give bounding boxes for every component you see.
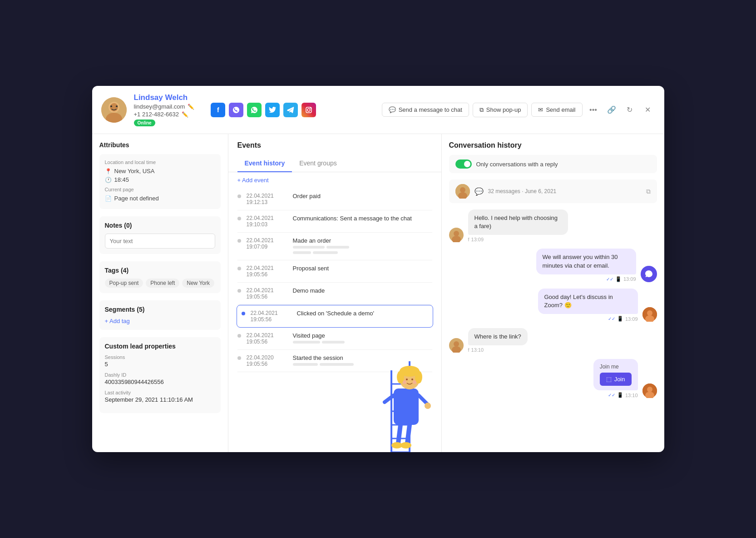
- event-name: Order paid: [293, 193, 321, 205]
- event-name: Demo made: [293, 287, 325, 300]
- toggle-row: Only conversations with a reply: [449, 155, 657, 173]
- send-message-btn[interactable]: 💬 Send a message to chat: [382, 103, 469, 117]
- message-row: We will answer you within 30 minutes via…: [449, 249, 657, 282]
- event-time: 22.04.202119:07:09: [247, 237, 287, 255]
- message-time: 13:09: [623, 276, 636, 282]
- avatar: [101, 97, 127, 123]
- event-item: 22.04.202119:07:09 Made an order: [237, 233, 432, 260]
- instagram-icon[interactable]: [301, 103, 316, 117]
- svg-rect-17: [394, 389, 419, 425]
- event-item: 22.04.202019:05:56 Started the session: [237, 350, 432, 372]
- middle-panel: Events Event history Event groups + Add …: [228, 134, 442, 452]
- facebook-icon[interactable]: f: [211, 103, 225, 117]
- event-details: [293, 341, 345, 345]
- tags-container: Pop-up sent Phone left New York: [105, 279, 215, 288]
- more-options-btn[interactable]: •••: [586, 103, 601, 117]
- conv-avatar: [455, 184, 470, 199]
- svg-point-8: [310, 108, 311, 109]
- add-tag-btn[interactable]: + Add tag: [105, 318, 215, 324]
- chat-area: Hello. I need help with choosing a fare)…: [449, 209, 657, 398]
- refresh-icon-btn[interactable]: ↻: [623, 103, 637, 117]
- event-time: 22.04.202119:05:56: [247, 287, 287, 300]
- notes-input[interactable]: [105, 234, 215, 249]
- events-title: Events: [228, 134, 441, 149]
- event-item: 22.04.202119:05:56 Proposal sent: [237, 260, 432, 283]
- message-row: Good day! Let's discuss in Zoom? 🙂 ✓✓ 📱 …: [449, 289, 657, 322]
- event-item: 22.04.202119:05:56 Demo made: [237, 283, 432, 305]
- toggle-only-replies[interactable]: [455, 159, 472, 169]
- tags-title: Tags (4): [105, 267, 215, 274]
- tag-item[interactable]: Phone left: [146, 279, 179, 288]
- conv-link-icon[interactable]: ⧉: [646, 188, 651, 195]
- telegram-icon[interactable]: [283, 103, 298, 117]
- user-msg-avatar: [449, 228, 464, 242]
- phone-icon: 📱: [615, 276, 622, 282]
- message-bubble: Good day! Let's discuss in Zoom? 🙂: [538, 289, 638, 314]
- svg-line-27: [419, 395, 428, 404]
- svg-point-25: [413, 380, 416, 384]
- notes-box: Notes (0): [99, 216, 221, 254]
- event-dot: [237, 194, 241, 198]
- read-check-icon: ✓✓: [608, 393, 615, 398]
- join-card: Join me ⬚ Join: [593, 359, 638, 390]
- link-icon-btn[interactable]: 🔗: [604, 103, 619, 117]
- sessions-label: Sessions: [105, 354, 215, 360]
- show-popup-btn[interactable]: ⧉ Show pop-up: [473, 103, 528, 117]
- send-email-btn[interactable]: ✉ Send email: [531, 103, 582, 117]
- svg-point-7: [307, 109, 310, 111]
- popup-icon: ⧉: [479, 106, 484, 114]
- message-bubble: Where is the link?: [468, 328, 528, 345]
- toggle-label: Only conversations with a reply: [476, 161, 558, 168]
- header-actions: 💬 Send a message to chat ⧉ Show pop-up ✉…: [382, 103, 655, 117]
- join-icon: ⬚: [606, 376, 612, 383]
- tags-box: Tags (4) Pop-up sent Phone left New York: [99, 261, 221, 293]
- user-name: Lindsay Welch: [134, 93, 195, 102]
- location-label: Location and local time: [105, 159, 215, 165]
- edit-phone-icon[interactable]: ✏️: [182, 111, 188, 118]
- agent-message-content: Join me ⬚ Join ✓✓ 📱 13:10: [593, 359, 638, 398]
- event-time: 22.04.202119:05:56: [247, 265, 287, 278]
- tag-item[interactable]: New York: [182, 279, 214, 288]
- last-activity-value: September 29, 2021 11:10:16 AM: [105, 396, 215, 403]
- close-icon-btn[interactable]: ✕: [641, 103, 655, 117]
- agent-message-content: We will answer you within 30 minutes via…: [536, 249, 636, 282]
- twitter-icon[interactable]: [265, 103, 280, 117]
- time-item: 🕐 18:45: [105, 176, 215, 183]
- tag-item[interactable]: Pop-up sent: [105, 279, 143, 288]
- message-row: Join me ⬚ Join ✓✓ 📱 13:10: [449, 359, 657, 398]
- dashly-id-value: 400335980944426556: [105, 379, 215, 385]
- header: Lindsay Welch lindsey@gmail.com ✏️ +1 21…: [92, 86, 664, 134]
- read-check-icon: ✓✓: [606, 277, 613, 282]
- email-icon: ✉: [538, 106, 543, 113]
- message-meta: ✓✓ 📱 13:09: [608, 316, 638, 322]
- event-name: Made an order: [293, 237, 349, 244]
- custom-props-content: Sessions 5 Dashly ID 400335980944426556 …: [105, 354, 215, 403]
- add-event-btn[interactable]: + Add event: [228, 172, 278, 188]
- svg-point-4: [110, 105, 112, 107]
- message-time: 13:10: [625, 393, 638, 398]
- event-time: 22.04.202119:05:56: [251, 310, 292, 323]
- message-row: Hello. I need help with choosing a fare)…: [449, 209, 657, 242]
- message-meta: ✓✓ 📱 13:10: [608, 392, 638, 398]
- message-bubble: Hello. I need help with choosing a fare): [468, 209, 568, 235]
- main-window: Lindsay Welch lindsey@gmail.com ✏️ +1 21…: [92, 86, 664, 452]
- tab-event-groups[interactable]: Event groups: [292, 155, 344, 172]
- user-email: lindsey@gmail.com ✏️: [134, 103, 195, 110]
- join-label: Join me: [600, 364, 632, 370]
- event-name: Clicked on 'Schedule a demo': [297, 310, 374, 323]
- location-item: 📍 New York, USA: [105, 168, 215, 174]
- user-info: Lindsay Welch lindsey@gmail.com ✏️ +1 21…: [134, 93, 195, 126]
- viber-icon[interactable]: [229, 103, 243, 117]
- dashly-id-label: Dashly ID: [105, 372, 215, 378]
- message-row: Where is the link? f 13:10: [449, 328, 657, 353]
- tab-event-history[interactable]: Event history: [237, 155, 292, 172]
- join-btn[interactable]: ⬚ Join: [600, 373, 632, 386]
- svg-line-30: [407, 425, 410, 443]
- whatsapp-icon[interactable]: [247, 103, 262, 117]
- phone-icon: 📱: [617, 392, 623, 398]
- phone-icon: 📱: [617, 316, 623, 322]
- channel-label: f: [468, 237, 469, 242]
- attributes-box: Location and local time 📍 New York, USA …: [99, 154, 221, 209]
- sessions-value: 5: [105, 361, 215, 368]
- edit-email-icon[interactable]: ✏️: [188, 104, 194, 110]
